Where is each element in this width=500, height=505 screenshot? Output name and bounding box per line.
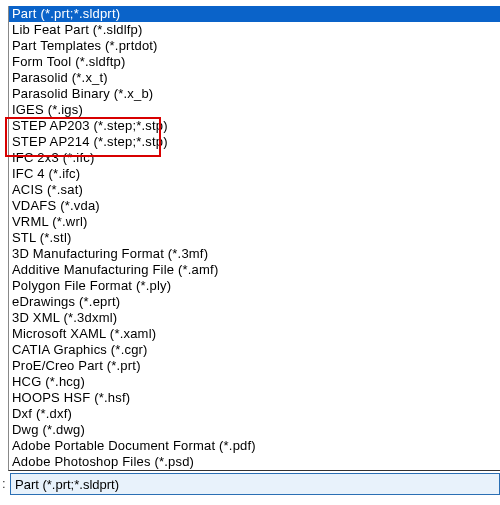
file-type-combobox[interactable]: Part (*.prt;*.sldprt) (10, 473, 500, 495)
file-type-option[interactable]: VRML (*.wrl) (9, 214, 500, 230)
file-type-option[interactable]: Polygon File Format (*.ply) (9, 278, 500, 294)
file-type-row: : Part (*.prt;*.sldprt) (0, 473, 500, 495)
file-type-option[interactable]: Dwg (*.dwg) (9, 422, 500, 438)
file-type-option[interactable]: Dxf (*.dxf) (9, 406, 500, 422)
file-type-dropdown-list[interactable]: Part (*.prt;*.sldprt)Lib Feat Part (*.sl… (8, 6, 500, 471)
file-type-option[interactable]: eDrawings (*.eprt) (9, 294, 500, 310)
file-type-option[interactable]: Part Templates (*.prtdot) (9, 38, 500, 54)
file-type-option[interactable]: Form Tool (*.sldftp) (9, 54, 500, 70)
file-type-option[interactable]: Adobe Photoshop Files (*.psd) (9, 454, 500, 470)
file-type-option[interactable]: Lib Feat Part (*.sldlfp) (9, 22, 500, 38)
file-type-option[interactable]: HCG (*.hcg) (9, 374, 500, 390)
file-type-option[interactable]: IFC 4 (*.ifc) (9, 166, 500, 182)
file-type-option[interactable]: Additive Manufacturing File (*.amf) (9, 262, 500, 278)
file-type-option[interactable]: IGES (*.igs) (9, 102, 500, 118)
file-type-option[interactable]: CATIA Graphics (*.cgr) (9, 342, 500, 358)
file-type-option[interactable]: VDAFS (*.vda) (9, 198, 500, 214)
file-type-option[interactable]: STL (*.stl) (9, 230, 500, 246)
file-type-option[interactable]: ProE/Creo Part (*.prt) (9, 358, 500, 374)
file-type-option[interactable]: ACIS (*.sat) (9, 182, 500, 198)
file-type-option[interactable]: Adobe Illustrator Files (*.ai) (9, 470, 500, 471)
file-type-option[interactable]: STEP AP203 (*.step;*.stp) (9, 118, 500, 134)
file-type-option[interactable]: Parasolid (*.x_t) (9, 70, 500, 86)
file-type-option[interactable]: HOOPS HSF (*.hsf) (9, 390, 500, 406)
file-type-option[interactable]: Parasolid Binary (*.x_b) (9, 86, 500, 102)
file-type-option[interactable]: IFC 2x3 (*.ifc) (9, 150, 500, 166)
file-type-option[interactable]: Part (*.prt;*.sldprt) (9, 6, 500, 22)
window: Part (*.prt;*.sldprt)Lib Feat Part (*.sl… (0, 0, 500, 505)
file-type-option[interactable]: 3D Manufacturing Format (*.3mf) (9, 246, 500, 262)
file-type-label-suffix: : (2, 473, 6, 495)
file-type-option[interactable]: STEP AP214 (*.step;*.stp) (9, 134, 500, 150)
file-type-option[interactable]: Microsoft XAML (*.xaml) (9, 326, 500, 342)
file-type-option[interactable]: Adobe Portable Document Format (*.pdf) (9, 438, 500, 454)
file-type-option[interactable]: 3D XML (*.3dxml) (9, 310, 500, 326)
